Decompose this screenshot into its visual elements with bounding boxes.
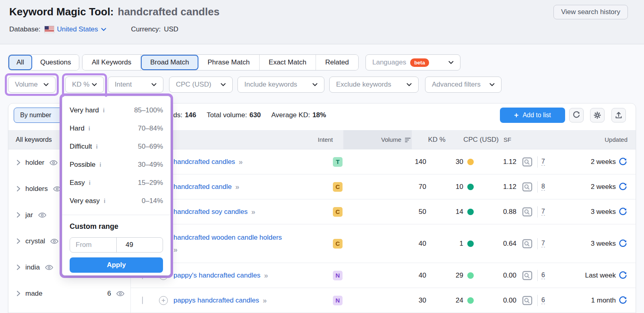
expand-keyword-icon[interactable]: »	[264, 269, 268, 282]
expand-keyword-icon[interactable]: »	[251, 206, 255, 218]
chevron-down-icon	[92, 83, 97, 87]
kd-range-label: Very easy	[70, 197, 100, 205]
kd-range-option[interactable]: Very hard i 85–100%	[70, 101, 163, 119]
apply-button[interactable]: Apply	[70, 257, 163, 273]
expand-keyword-icon[interactable]: »	[173, 244, 333, 256]
serp-preview-button[interactable]	[521, 207, 533, 217]
tab[interactable]: Broad Match	[141, 55, 198, 70]
tab[interactable]: Related	[316, 55, 358, 70]
tab[interactable]: Exact Match	[260, 55, 316, 70]
refresh-icon[interactable]	[619, 271, 627, 280]
filter-dropdown[interactable]: Advanced filters	[425, 77, 502, 93]
keyword-link[interactable]: handcrafted wooden candle holders	[173, 232, 282, 244]
kd-range-option[interactable]: Possible i 30–49%	[70, 155, 163, 174]
kd-range-option[interactable]: Hard i 70–84%	[70, 119, 163, 137]
kd-range-option[interactable]: Very easy i 0–14%	[70, 192, 163, 210]
info-icon[interactable]: i	[104, 197, 105, 204]
serp-features-count[interactable]: 6	[541, 296, 545, 304]
serp-preview-button[interactable]	[521, 182, 533, 192]
sidebar-group-item[interactable]: made 6	[8, 280, 130, 307]
filter-dropdown[interactable]: Exclude keywords	[329, 77, 419, 93]
cpc-value: 1.12	[474, 158, 516, 166]
kd-value: 1	[426, 240, 463, 248]
eye-icon[interactable]	[38, 212, 47, 218]
info-icon[interactable]: i	[89, 179, 91, 186]
settings-button[interactable]	[590, 108, 605, 122]
tab[interactable]: All	[8, 55, 32, 70]
row-checkbox[interactable]	[142, 296, 143, 304]
eye-icon[interactable]	[49, 160, 58, 166]
add-to-list-button[interactable]: + Add to list	[500, 108, 565, 123]
filter-volume[interactable]: Volume	[8, 77, 56, 93]
refresh-icon[interactable]	[619, 158, 627, 166]
add-keyword-icon[interactable]: +	[159, 296, 168, 305]
serp-preview-button[interactable]	[521, 157, 533, 167]
kd-value: 10	[426, 183, 463, 191]
refresh-icon[interactable]	[619, 239, 627, 248]
keyword-link[interactable]: handcrafted candle	[173, 181, 232, 193]
filter-dropdown[interactable]: Intent	[108, 77, 163, 93]
kd-range-option[interactable]: Easy i 15–29%	[70, 174, 163, 192]
column-cpc[interactable]: CPC (USD)	[456, 136, 499, 144]
info-icon[interactable]: i	[96, 143, 97, 150]
refresh-icon[interactable]	[619, 296, 627, 305]
column-updated[interactable]: Updated	[525, 136, 627, 143]
eye-icon[interactable]	[116, 290, 125, 297]
view-search-history-button[interactable]: View search history	[553, 5, 628, 19]
chevron-right-icon	[17, 238, 21, 244]
serp-features-count[interactable]: 8	[541, 183, 545, 191]
filter-dropdown[interactable]: CPC (USD)	[169, 77, 233, 93]
refresh-icon[interactable]	[619, 207, 627, 216]
keyword-link[interactable]: pappy's handcrafted candles	[173, 269, 260, 282]
kd-range-option[interactable]: Difficult i 50–69%	[70, 137, 163, 155]
keyword-link[interactable]: handcrafted soy candles	[173, 206, 248, 218]
keyword-link[interactable]: handcrafted candles	[173, 156, 235, 168]
serp-preview-button[interactable]	[521, 238, 533, 249]
filter-kd[interactable]: KD %	[65, 77, 104, 93]
serp-features-count[interactable]: 7	[541, 158, 545, 166]
database-selector[interactable]: United States	[57, 25, 106, 33]
updated-value: 2 weeks	[591, 158, 616, 166]
column-volume-sorted[interactable]: Volume	[343, 130, 412, 149]
updated-value: 3 weeks	[591, 208, 616, 216]
table-body: + handcrafted candles » T 140 30 1.12	[131, 149, 636, 313]
divider	[537, 295, 538, 306]
tab-group-match-type: All KeywordsBroad MatchPhrase MatchExact…	[82, 54, 359, 70]
serp-features-count[interactable]: 6	[541, 272, 545, 279]
volume-value: 70	[351, 183, 426, 191]
filter-label: Advanced filters	[432, 81, 481, 89]
languages-dropdown[interactable]: Languages beta	[365, 54, 460, 70]
cpc-value: 0.88	[474, 208, 516, 216]
serp-preview-button[interactable]	[521, 295, 533, 306]
info-icon[interactable]: i	[89, 125, 90, 132]
serp-features-count[interactable]: 7	[541, 208, 545, 216]
kd-range-label: Easy	[70, 179, 85, 187]
serp-preview-button[interactable]	[521, 270, 533, 281]
expand-keyword-icon[interactable]: »	[263, 294, 267, 307]
group-label: crystal	[25, 237, 45, 245]
kd-range-value: 15–29%	[138, 179, 163, 187]
expand-keyword-icon[interactable]: »	[239, 156, 243, 168]
keyword-link[interactable]: pappys handcrafted candles	[173, 294, 259, 307]
refresh-button[interactable]	[569, 108, 584, 122]
eye-icon[interactable]	[50, 238, 59, 245]
eye-icon[interactable]	[45, 264, 54, 271]
tab[interactable]: Questions	[32, 55, 79, 70]
expand-keyword-icon[interactable]: »	[235, 181, 239, 193]
kd-to-input[interactable]	[116, 238, 163, 252]
gear-icon	[593, 111, 601, 119]
info-icon[interactable]: i	[103, 107, 105, 114]
kd-from-input[interactable]	[70, 238, 116, 252]
refresh-icon[interactable]	[619, 182, 627, 191]
tab[interactable]: Phrase Match	[198, 55, 260, 70]
page-title-prefix: Keyword Magic Tool:	[9, 6, 114, 18]
filter-dropdown[interactable]: Include keywords	[237, 77, 324, 93]
serp-features-count[interactable]: 7	[541, 240, 545, 247]
column-intent[interactable]: Intent	[318, 136, 333, 143]
tab[interactable]: All Keywords	[83, 55, 141, 70]
export-button[interactable]	[611, 108, 626, 122]
info-icon[interactable]: i	[99, 161, 101, 168]
column-kd[interactable]: KD %	[409, 136, 446, 144]
column-sf[interactable]: SF	[504, 136, 511, 143]
kd-range-options: Very hard i 85–100% Hard i 70–84% Diffic…	[70, 101, 163, 210]
